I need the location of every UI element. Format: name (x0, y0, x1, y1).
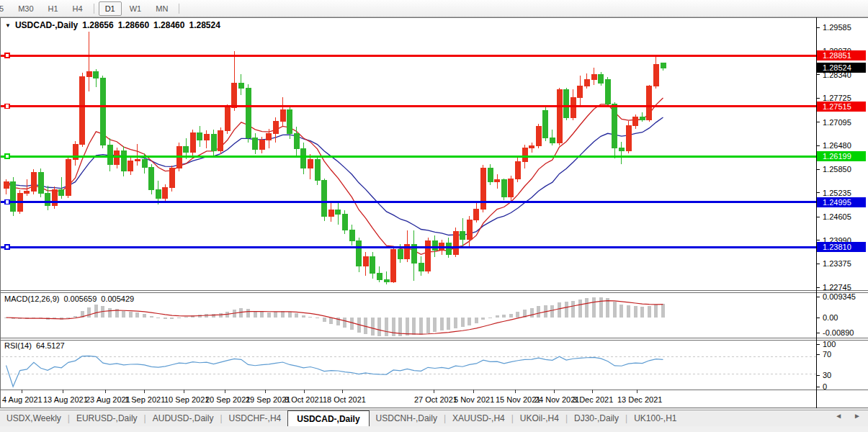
svg-text:1.24605: 1.24605 (823, 212, 851, 221)
tab-xauusd-h4[interactable]: XAUUSD-,H4 (446, 410, 511, 426)
svg-text:4 Aug 2021: 4 Aug 2021 (2, 395, 42, 404)
tab-usdcad-daily[interactable]: USDCAD-,Daily (287, 410, 369, 426)
status-strip (0, 426, 868, 432)
ohlc-close: 1.28524 (189, 20, 220, 30)
tab-scroll-arrows: ◄ ► (835, 412, 861, 420)
tab-scroll-left-icon[interactable]: ◄ (835, 412, 842, 420)
svg-text:0.00: 0.00 (823, 313, 838, 322)
macd-label: MACD(12,26,9) 0.005659 0.005429 (4, 294, 134, 303)
svg-text:1.28524: 1.28524 (823, 63, 851, 72)
svg-text:1.24995: 1.24995 (823, 198, 851, 207)
svg-text:1.29585: 1.29585 (823, 23, 851, 32)
svg-text:1.23375: 1.23375 (823, 259, 851, 268)
svg-text:1.25235: 1.25235 (823, 189, 851, 197)
svg-text:0: 0 (823, 382, 827, 391)
svg-text:5 Nov 2021: 5 Nov 2021 (454, 395, 494, 404)
svg-text:100: 100 (823, 340, 836, 348)
tab-scroll-right-icon[interactable]: ► (854, 412, 861, 420)
svg-text:70: 70 (823, 350, 831, 359)
macd-title: MACD(12,26,9) (4, 294, 59, 303)
svg-text:1.28851: 1.28851 (823, 51, 851, 60)
svg-text:1.27095: 1.27095 (823, 118, 851, 127)
tab-usdchf-h4[interactable]: USDCHF-,H4 (223, 410, 288, 426)
ohlc-low: 1.28460 (153, 20, 184, 30)
svg-text:1 Sep 2021: 1 Sep 2021 (125, 395, 165, 404)
macd-value-main: 0.005659 (63, 294, 97, 303)
tab-eurusd-daily[interactable]: EURUSD-,Daily (70, 410, 144, 426)
svg-text:1.22745: 1.22745 (823, 283, 851, 292)
svg-text:20 Sep 2021: 20 Sep 2021 (205, 395, 250, 404)
chart-canvas[interactable]: 1.295851.289701.283401.277251.270951.264… (0, 0, 868, 432)
svg-text:1.25850: 1.25850 (823, 165, 851, 174)
svg-text:1.26199: 1.26199 (823, 152, 851, 161)
chart-symbol-label: USDCAD-,Daily (15, 20, 78, 30)
ohlc-open: 1.28656 (82, 20, 113, 30)
svg-text:18 Oct 2021: 18 Oct 2021 (323, 395, 366, 404)
symbol-tabbar: USDX,Weekly|EURUSD-,Daily|AUDUSD-,Daily|… (0, 410, 868, 426)
svg-text:3 Dec 2021: 3 Dec 2021 (573, 395, 613, 404)
tab-dj30-daily[interactable]: DJ30-,Daily (568, 410, 625, 426)
tab-audusd-daily[interactable]: AUDUSD-,Daily (146, 410, 220, 426)
terminal-window: 5M30H1H4D1W1MN 1.295851.289701.283401.27… (0, 0, 868, 432)
svg-text:1.26480: 1.26480 (823, 141, 851, 150)
svg-text:13 Dec 2021: 13 Dec 2021 (617, 395, 662, 404)
svg-text:30: 30 (823, 371, 831, 379)
tab-usdcnh-daily[interactable]: USDCNH-,Daily (370, 410, 444, 426)
svg-text:27 Oct 2021: 27 Oct 2021 (414, 395, 457, 404)
rsi-label: RSI(14) 64.5127 (4, 341, 65, 350)
svg-text:0.009345: 0.009345 (823, 292, 856, 301)
tab-usdx-weekly[interactable]: USDX,Weekly (0, 410, 68, 426)
svg-text:1.23810: 1.23810 (823, 243, 851, 251)
macd-value-signal: 0.005429 (101, 294, 134, 303)
svg-text:13 Aug 2021: 13 Aug 2021 (43, 395, 88, 404)
svg-text:23 Aug 2021: 23 Aug 2021 (86, 395, 130, 404)
svg-text:1.27515: 1.27515 (823, 102, 851, 111)
ohlc-high: 1.28660 (118, 20, 149, 30)
rsi-title: RSI(14) (4, 341, 32, 350)
chart-title: ▼ USDCAD-,Daily 1.28656 1.28660 1.28460 … (5, 20, 220, 30)
tab-ukoil-h4[interactable]: UKOil-,H4 (514, 410, 565, 426)
svg-text:8 Oct 2021: 8 Oct 2021 (285, 395, 323, 404)
svg-text:-0.00890: -0.00890 (823, 328, 854, 337)
svg-text:10 Sep 2021: 10 Sep 2021 (164, 395, 209, 404)
rsi-value: 64.5127 (36, 341, 65, 350)
symbol-dropdown-icon[interactable]: ▼ (5, 22, 11, 29)
tab-uk100-h1[interactable]: UK100-,H1 (627, 410, 683, 426)
